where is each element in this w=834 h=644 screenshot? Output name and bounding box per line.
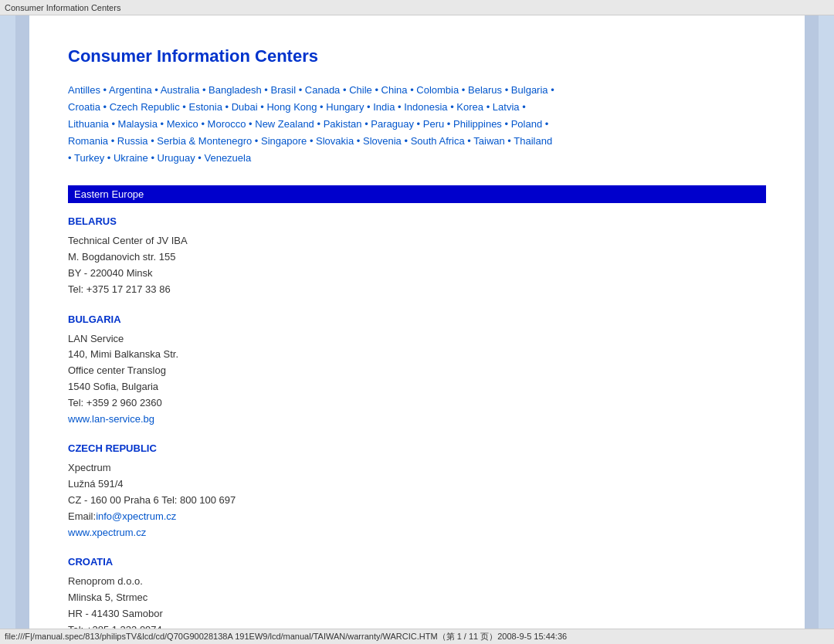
sep: • (148, 152, 158, 164)
sep: • (180, 101, 189, 113)
sep: • (104, 152, 114, 164)
nav-link-thailand[interactable]: Thailand (514, 135, 552, 147)
title-bar-text: Consumer Information Centers (5, 3, 120, 12)
nav-link-estonia[interactable]: Estonia (189, 101, 222, 113)
sep: • (148, 135, 158, 147)
main-content: Consumer Information Centers Antilles • … (29, 15, 805, 644)
status-bar: file:///F|/manual.spec/813/philipsTV&lcd… (0, 629, 834, 644)
nav-link-turkey[interactable]: Turkey (74, 152, 104, 164)
nav-link-croatia[interactable]: Croatia (68, 101, 100, 113)
nav-link-korea[interactable]: Korea (456, 101, 483, 113)
country-info-belarus: Technical Center of JV IBA M. Bogdanovic… (68, 233, 766, 297)
sep: • (262, 84, 271, 96)
country-info-bulgaria: LAN Service 140, Mimi Balkanska Str. Off… (68, 331, 766, 428)
nav-link-russia[interactable]: Russia (117, 135, 148, 147)
sep: • (459, 84, 468, 96)
nav-link-bangladesh[interactable]: Bangladesh (208, 84, 262, 96)
nav-link-pakistan[interactable]: Pakistan (324, 118, 362, 130)
sep: • (448, 101, 457, 113)
sep: • (258, 101, 267, 113)
country-section-czech-republic: CZECH REPUBLIC Xpectrum Lužná 591/4 CZ -… (68, 442, 766, 541)
sep: • (252, 135, 261, 147)
nav-link-bulgaria[interactable]: Bulgaria (511, 84, 548, 96)
nav-link-paraguay[interactable]: Paraguay (371, 118, 414, 130)
right-sidebar-inner (819, 15, 834, 644)
nav-link-singapore[interactable]: Singapore (261, 135, 307, 147)
nav-link-philippines[interactable]: Philippines (453, 118, 502, 130)
sep: • (364, 101, 373, 113)
country-title-belarus: BELARUS (68, 215, 766, 227)
nav-link-latvia[interactable]: Latvia (493, 101, 520, 113)
left-sidebar-inner (0, 15, 15, 644)
sep: • (317, 101, 327, 113)
sep: • (408, 84, 417, 96)
nav-link-indonesia[interactable]: Indonesia (404, 101, 447, 113)
sep: • (520, 101, 526, 113)
nav-link-antilles[interactable]: Antilles (68, 84, 100, 96)
nav-link-czech-republic[interactable]: Czech Republic (110, 101, 180, 113)
nav-link-south-africa[interactable]: South Africa (411, 135, 465, 147)
nav-link-mexico[interactable]: Mexico (167, 118, 198, 130)
bulgaria-website-link[interactable]: www.lan-service.bg (68, 413, 154, 425)
country-section-belarus: BELARUS Technical Center of JV IBA M. Bo… (68, 215, 766, 297)
nav-link-india[interactable]: India (373, 101, 395, 113)
nav-link-ukraine[interactable]: Ukraine (114, 152, 148, 164)
nav-link-dubai[interactable]: Dubai (232, 101, 258, 113)
sep: • (483, 101, 493, 113)
nav-link-lithuania[interactable]: Lithuania (68, 118, 109, 130)
sep: • (395, 101, 404, 113)
country-title-czech-republic: CZECH REPUBLIC (68, 442, 766, 454)
country-info-czech-republic: Xpectrum Lužná 591/4 CZ - 160 00 Praha 6… (68, 460, 766, 541)
nav-link-malaysia[interactable]: Malaysia (118, 118, 158, 130)
nav-link-slovakia[interactable]: Slovakia (316, 135, 354, 147)
sep: • (414, 118, 423, 130)
right-sidebar (805, 15, 834, 644)
sep: • (296, 84, 305, 96)
czech-email-link[interactable]: info@xpectrum.cz (96, 510, 176, 522)
czech-website-link[interactable]: www.xpectrum.cz (68, 527, 146, 538)
nav-link-brasil[interactable]: Brasil (271, 84, 297, 96)
nav-link-taiwan[interactable]: Taiwan (473, 135, 504, 147)
sep: • (199, 84, 208, 96)
sep: • (340, 84, 349, 96)
left-sidebar (0, 15, 29, 644)
sep: • (108, 135, 117, 147)
sep: • (314, 118, 324, 130)
nav-link-serbia[interactable]: Serbia & Montenegro (157, 135, 252, 147)
nav-links: Antilles • Argentina • Australia • Bangl… (68, 82, 766, 167)
sep: • (195, 152, 205, 164)
nav-link-argentina[interactable]: Argentina (109, 84, 152, 96)
nav-link-uruguay[interactable]: Uruguay (158, 152, 195, 164)
nav-link-china[interactable]: China (381, 84, 408, 96)
nav-link-hungary[interactable]: Hungary (326, 101, 364, 113)
nav-link-chile[interactable]: Chile (349, 84, 372, 96)
sep: • (502, 118, 511, 130)
nav-link-canada[interactable]: Canada (305, 84, 341, 96)
sep: • (222, 101, 232, 113)
sep: • (68, 152, 74, 164)
sep: • (152, 84, 161, 96)
nav-link-poland[interactable]: Poland (511, 118, 542, 130)
nav-link-peru[interactable]: Peru (423, 118, 444, 130)
nav-link-belarus[interactable]: Belarus (468, 84, 502, 96)
sep: • (372, 84, 381, 96)
country-section-bulgaria: BULGARIA LAN Service 140, Mimi Balkanska… (68, 314, 766, 428)
sep: • (502, 84, 511, 96)
nav-link-venezuela[interactable]: Venezuela (204, 152, 251, 164)
sep: • (402, 135, 411, 147)
nav-link-colombia[interactable]: Colombia (416, 84, 459, 96)
nav-link-new-zealand[interactable]: New Zealand (255, 118, 314, 130)
nav-link-romania[interactable]: Romania (68, 135, 108, 147)
country-section-croatia: CROATIA Renoprom d.o.o. Mlinska 5, Strme… (68, 556, 766, 638)
nav-link-australia[interactable]: Australia (161, 84, 200, 96)
nav-link-slovenia[interactable]: Slovenia (363, 135, 402, 147)
sep: • (362, 118, 371, 130)
sep: • (246, 118, 255, 130)
nav-link-morocco[interactable]: Morocco (208, 118, 246, 130)
sep: • (548, 84, 554, 96)
section-header-eastern-europe: Eastern Europe (68, 185, 766, 203)
nav-link-hong-kong[interactable]: Hong Kong (266, 101, 317, 113)
sep: • (354, 135, 363, 147)
title-bar: Consumer Information Centers (0, 0, 834, 15)
country-title-croatia: CROATIA (68, 556, 766, 568)
